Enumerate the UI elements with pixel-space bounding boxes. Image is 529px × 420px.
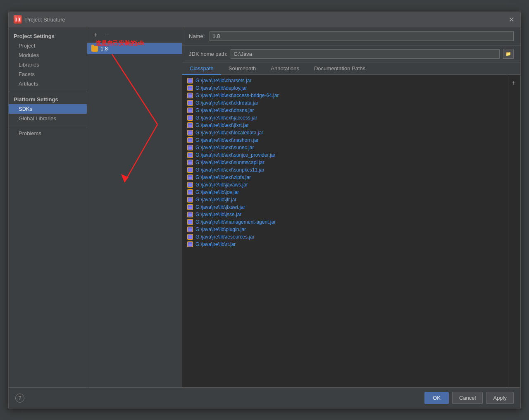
svg-rect-47 bbox=[188, 227, 192, 231]
jar-icon bbox=[187, 152, 193, 158]
file-path: G:\java\jre\lib\ext\nashorn.jar bbox=[195, 137, 259, 143]
svg-rect-39 bbox=[188, 198, 192, 202]
svg-rect-25 bbox=[188, 146, 192, 150]
jar-icon bbox=[187, 167, 193, 173]
file-path: G:\java\jre\lib\ext\dnsns.jar bbox=[195, 107, 254, 113]
svg-rect-7 bbox=[188, 79, 192, 83]
sidebar-divider-2 bbox=[9, 126, 87, 126]
list-item[interactable]: G:\java\jre\lib\javaws.jar bbox=[182, 181, 507, 189]
file-path: G:\java\jre\lib\plugin.jar bbox=[195, 227, 246, 232]
add-sdk-button[interactable]: ＋ bbox=[91, 30, 100, 40]
file-path: G:\java\jre\lib\ext\sunec.jar bbox=[195, 145, 254, 150]
svg-rect-35 bbox=[188, 183, 192, 187]
tab-sourcepath[interactable]: Sourcepath bbox=[221, 62, 264, 75]
list-item[interactable]: G:\java\jre\lib\ext\dnsns.jar bbox=[182, 107, 507, 114]
file-path: G:\java\jre\lib\ext\jfxrt.jar bbox=[195, 122, 249, 128]
dialog-title: Project Structure bbox=[25, 17, 65, 23]
jar-icon bbox=[187, 189, 193, 195]
sidebar-item-problems[interactable]: Problems bbox=[9, 129, 87, 138]
remove-sdk-button[interactable]: － bbox=[102, 30, 112, 40]
cancel-button[interactable]: Cancel bbox=[452, 392, 483, 404]
list-item[interactable]: G:\java\jre\lib\jfxswt.jar bbox=[182, 203, 507, 211]
help-button[interactable]: ? bbox=[15, 394, 24, 403]
add-file-button[interactable]: ＋ bbox=[509, 78, 519, 88]
title-bar: Project Structure ✕ bbox=[9, 12, 520, 27]
svg-rect-45 bbox=[188, 220, 192, 224]
svg-rect-23 bbox=[188, 138, 192, 142]
list-item[interactable]: G:\java\jre\lib\ext\sunpkcs11.jar bbox=[182, 166, 507, 174]
file-path: G:\java\jre\lib\ext\sunpkcs11.jar bbox=[195, 167, 264, 173]
file-path: G:\java\jre\lib\ext\jaccess.jar bbox=[195, 115, 257, 121]
sidebar-item-project[interactable]: Project bbox=[9, 41, 87, 50]
file-path: G:\java\jre\lib\ext\cldrdata.jar bbox=[195, 100, 258, 106]
sidebar-item-sdks[interactable]: SDKs bbox=[9, 104, 87, 114]
svg-rect-2 bbox=[16, 18, 17, 21]
list-item[interactable]: G:\java\jre\lib\rt.jar bbox=[182, 241, 507, 248]
file-path: G:\java\jre\lib\jce.jar bbox=[195, 189, 239, 195]
sidebar-item-artifacts[interactable]: Artifacts bbox=[9, 79, 87, 88]
jar-icon bbox=[187, 93, 193, 98]
jar-icon bbox=[187, 241, 193, 247]
list-item[interactable]: G:\java\jre\lib\jce.jar bbox=[182, 189, 507, 196]
list-item[interactable]: G:\java\jre\lib\ext\zipfs.jar bbox=[182, 174, 507, 181]
file-list[interactable]: G:\java\jre\lib\charsets.jarG:\java\jre\… bbox=[182, 75, 507, 387]
list-item[interactable]: G:\java\jre\lib\ext\nashorn.jar bbox=[182, 136, 507, 144]
name-row: Name: bbox=[182, 27, 520, 45]
browse-button[interactable]: 📁 bbox=[503, 49, 514, 59]
svg-rect-41 bbox=[188, 205, 192, 209]
svg-rect-31 bbox=[188, 168, 192, 172]
jar-icon bbox=[187, 234, 193, 240]
sidebar-item-global-libraries[interactable]: Global Libraries bbox=[9, 114, 87, 123]
tab-documentation-paths[interactable]: Documentation Paths bbox=[307, 62, 373, 75]
list-item[interactable]: G:\java\jre\lib\jsse.jar bbox=[182, 211, 507, 218]
sidebar-item-libraries[interactable]: Libraries bbox=[9, 60, 87, 69]
svg-rect-13 bbox=[188, 101, 192, 105]
list-item[interactable]: G:\java\jre\lib\jfr.jar bbox=[182, 196, 507, 203]
jar-icon bbox=[187, 122, 193, 128]
list-item[interactable]: G:\java\jre\lib\ext\jfxrt.jar bbox=[182, 122, 507, 129]
svg-rect-21 bbox=[188, 131, 192, 135]
jdk-home-input[interactable] bbox=[231, 49, 500, 59]
sdk-item-1.8[interactable]: 1.8 bbox=[87, 43, 182, 54]
file-path: G:\java\jre\lib\charsets.jar bbox=[195, 78, 251, 84]
jar-icon bbox=[187, 219, 193, 225]
list-item[interactable]: G:\java\jre\lib\ext\sunmscapi.jar bbox=[182, 159, 507, 166]
jar-icon bbox=[187, 212, 193, 217]
sdk-name: 1.8 bbox=[100, 45, 108, 52]
list-item[interactable]: G:\java\jre\lib\ext\jaccess.jar bbox=[182, 114, 507, 122]
svg-line-5 bbox=[124, 124, 157, 182]
jar-icon bbox=[187, 100, 193, 106]
tab-annotations[interactable]: Annotations bbox=[263, 62, 307, 75]
file-path: G:\java\jre\lib\jsse.jar bbox=[195, 212, 241, 217]
svg-rect-15 bbox=[188, 108, 192, 112]
apply-button[interactable]: Apply bbox=[486, 392, 514, 404]
list-item[interactable]: G:\java\jre\lib\charsets.jar bbox=[182, 77, 507, 84]
list-item[interactable]: G:\java\jre\lib\management-agent.jar bbox=[182, 218, 507, 226]
jar-icon bbox=[187, 130, 193, 136]
jar-icon bbox=[187, 115, 193, 121]
list-item[interactable]: G:\java\jre\lib\ext\sunec.jar bbox=[182, 144, 507, 151]
file-path: G:\java\jre\lib\ext\zipfs.jar bbox=[195, 174, 251, 180]
svg-rect-43 bbox=[188, 212, 192, 217]
right-toolbar: ＋ bbox=[507, 75, 520, 387]
annotation-arrow bbox=[87, 50, 178, 195]
ok-button[interactable]: OK bbox=[424, 392, 449, 404]
list-item[interactable]: G:\java\jre\lib\ext\cldrdata.jar bbox=[182, 99, 507, 107]
list-item[interactable]: G:\java\jre\lib\plugin.jar bbox=[182, 226, 507, 233]
tab-classpath[interactable]: Classpath bbox=[182, 62, 221, 75]
close-button[interactable]: ✕ bbox=[507, 15, 515, 24]
name-input[interactable] bbox=[210, 31, 514, 41]
list-item[interactable]: G:\java\jre\lib\ext\access-bridge-64.jar bbox=[182, 92, 507, 99]
jar-icon bbox=[187, 145, 193, 150]
list-item[interactable]: G:\java\jre\lib\resources.jar bbox=[182, 233, 507, 241]
file-area: G:\java\jre\lib\charsets.jarG:\java\jre\… bbox=[182, 75, 520, 387]
list-item[interactable]: G:\java\jre\lib\ext\sunjce_provider.jar bbox=[182, 151, 507, 159]
sidebar-item-facets[interactable]: Facets bbox=[9, 69, 87, 79]
list-item[interactable]: G:\java\jre\lib\deploy.jar bbox=[182, 84, 507, 92]
svg-rect-27 bbox=[188, 153, 192, 157]
svg-rect-3 bbox=[19, 18, 20, 21]
svg-rect-33 bbox=[188, 175, 192, 179]
list-item[interactable]: G:\java\jre\lib\ext\localedata.jar bbox=[182, 129, 507, 136]
jar-icon bbox=[187, 85, 193, 91]
sidebar-item-modules[interactable]: Modules bbox=[9, 50, 87, 60]
